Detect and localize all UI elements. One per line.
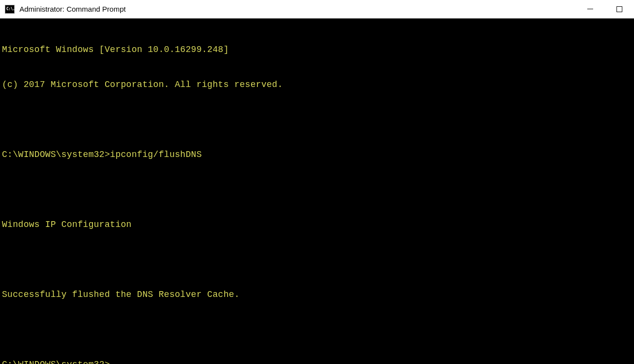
minimize-icon	[587, 9, 593, 10]
terminal-prompt-line: C:\WINDOWS\system32>ipconfig/flushDNS	[2, 149, 632, 160]
maximize-icon	[616, 6, 622, 12]
terminal-blank-line	[2, 254, 632, 265]
window-controls	[576, 0, 634, 18]
terminal-line: (c) 2017 Microsoft Corporation. All righ…	[2, 79, 632, 90]
cmd-icon-text: C:\.	[6, 7, 15, 11]
terminal-blank-line	[2, 324, 632, 335]
maximize-button[interactable]	[605, 0, 634, 18]
window-titlebar[interactable]: C:\. Administrator: Command Prompt	[0, 0, 634, 18]
terminal-line: Windows IP Configuration	[2, 219, 632, 230]
terminal-line: Microsoft Windows [Version 10.0.16299.24…	[2, 44, 632, 55]
cmd-icon: C:\.	[5, 5, 15, 14]
terminal-output[interactable]: Microsoft Windows [Version 10.0.16299.24…	[0, 18, 634, 364]
terminal-blank-line	[2, 114, 632, 125]
window-title: Administrator: Command Prompt	[19, 5, 126, 13]
terminal-blank-line	[2, 184, 632, 195]
terminal-prompt-line: C:\WINDOWS\system32>	[2, 359, 632, 364]
minimize-button[interactable]	[576, 0, 605, 18]
terminal-line: Successfully flushed the DNS Resolver Ca…	[2, 289, 632, 300]
